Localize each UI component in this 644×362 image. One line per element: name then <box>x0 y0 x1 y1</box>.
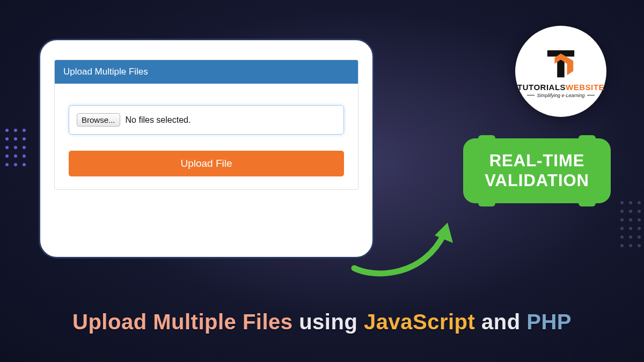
decorative-dots-right <box>620 201 644 247</box>
callout-line-2: VALIDATION <box>485 171 589 191</box>
panel-title: Upload Multiple Files <box>55 60 358 84</box>
panel-body: Browse... No files selected. Upload File <box>55 84 358 189</box>
upload-button[interactable]: Upload File <box>69 151 344 176</box>
file-selected-status: No files selected. <box>126 115 191 125</box>
page-title: Upload Multiple Files using JavaScript a… <box>0 310 644 334</box>
title-part-and: and <box>481 310 521 334</box>
brand-logo-badge: TUTORIALSWEBSITE Simplifying e-Learning <box>515 26 606 117</box>
decorative-dots-left <box>0 129 26 166</box>
brand-name-right: WEBSITE <box>566 83 604 92</box>
brand-name: TUTORIALSWEBSITE <box>517 83 604 92</box>
title-part-js: JavaScript <box>364 310 475 334</box>
file-input-group[interactable]: Browse... No files selected. <box>69 105 344 135</box>
title-part-using: using <box>299 310 357 334</box>
title-part-upload: Upload Multiple Files <box>72 310 293 334</box>
brand-tagline: Simplifying e-Learning <box>527 93 594 98</box>
callout-line-1: REAL-TIME <box>485 151 589 171</box>
title-part-php: PHP <box>526 310 572 334</box>
upload-card: Upload Multiple Files Browse... No files… <box>39 39 374 258</box>
brand-logo-mark-icon <box>545 48 576 79</box>
upload-panel: Upload Multiple Files Browse... No files… <box>54 60 358 190</box>
brand-name-left: TUTORIALS <box>517 83 566 92</box>
browse-button[interactable]: Browse... <box>77 113 120 127</box>
realtime-validation-callout: REAL-TIME VALIDATION <box>463 138 611 203</box>
